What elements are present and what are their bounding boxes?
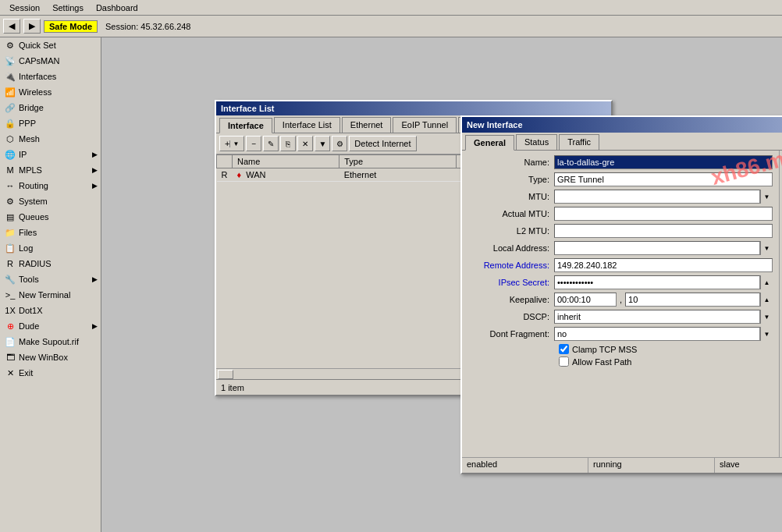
form-fields: Name: Type: MTU: — [462, 151, 779, 463]
status-enabled: enabled — [462, 458, 588, 473]
sidebar-item-log[interactable]: 📋 Log — [0, 240, 101, 256]
sidebar-item-ppp[interactable]: 🔒 PPP — [0, 115, 101, 131]
sidebar-label-new-terminal: New Terminal — [19, 290, 70, 300]
new-iface-title-bar: New Interface _ □ ✕ — [462, 117, 782, 133]
new-iface-window: New Interface _ □ ✕ General Status Traff… — [460, 115, 782, 474]
local-addr-arrow[interactable]: ▼ — [760, 241, 773, 255]
local-addr-label: Local Address: — [468, 243, 554, 253]
tools-icon: 🔧 — [5, 274, 16, 285]
remote-addr-input[interactable] — [554, 258, 773, 272]
dude-icon: ⊕ — [5, 321, 16, 332]
sidebar-item-files[interactable]: 📁 Files — [0, 225, 101, 240]
copy-button[interactable]: ⎘ — [280, 136, 296, 151]
ipsec-arrow[interactable]: ▲ — [760, 275, 773, 289]
mtu-input[interactable] — [554, 190, 760, 204]
radius-icon: R — [5, 258, 16, 269]
tab-status[interactable]: Status — [516, 134, 557, 150]
quickset-icon: ⚙ — [5, 40, 16, 51]
sidebar-item-new-winbox[interactable]: 🗔 New WinBox — [0, 349, 101, 365]
tab-eoip-tunnel[interactable]: EoIP Tunnel — [393, 117, 457, 133]
menu-session[interactable]: Session — [3, 2, 46, 14]
system-icon: ⚙ — [5, 196, 16, 207]
sidebar-item-tools[interactable]: 🔧 Tools ▶ — [0, 271, 101, 287]
forward-button[interactable]: ▶ — [23, 19, 41, 34]
sidebar-item-mesh[interactable]: ⬡ Mesh — [0, 131, 101, 147]
mtu-arrow[interactable]: ▼ — [760, 190, 773, 204]
allow-fast-path-checkbox[interactable] — [559, 356, 569, 367]
menu-dashboard[interactable]: Dashboard — [90, 2, 144, 14]
clamp-tcp-mss-label: Clamp TCP MSS — [572, 345, 637, 354]
session-label: Session: 45.32.66.248 — [101, 20, 195, 33]
sidebar-item-interfaces[interactable]: 🔌 Interfaces — [0, 69, 101, 84]
dialog-status-bar: enabled running slave — [462, 457, 782, 473]
dont-fragment-input[interactable] — [554, 327, 760, 341]
mtu-wrap: ▼ — [554, 190, 773, 204]
add-dropdown-arrow[interactable]: ▼ — [229, 140, 239, 147]
exit-icon: ✕ — [5, 367, 16, 378]
add-button[interactable]: + ▼ — [219, 136, 244, 151]
queues-icon: ▤ — [5, 211, 16, 222]
sort-button[interactable]: ▼ — [315, 136, 330, 151]
sidebar-item-dot1x[interactable]: 1X Dot1X — [0, 303, 101, 318]
row-type: Ethernet — [339, 168, 457, 182]
scroll-thumb[interactable] — [218, 370, 233, 379]
iface-list-title: Interface List — [221, 104, 274, 113]
sidebar-item-routing[interactable]: ↔ Routing ▶ — [0, 178, 101, 193]
sidebar-item-radius[interactable]: R RADIUS — [0, 256, 101, 271]
clamp-tcp-mss-checkbox[interactable] — [559, 344, 569, 354]
detect-internet-button[interactable]: Detect Internet — [349, 136, 416, 151]
local-addr-field-row: Local Address: ▼ — [468, 241, 773, 255]
col-type[interactable]: Type — [339, 155, 457, 168]
keepalive-input2[interactable] — [625, 293, 760, 307]
sidebar-label-capsman: CAPsMAN — [19, 56, 60, 66]
mesh-icon: ⬡ — [5, 133, 16, 144]
dont-fragment-arrow[interactable]: ▼ — [760, 327, 773, 341]
sidebar-label-exit: Exit — [19, 368, 33, 378]
dscp-arrow[interactable]: ▼ — [760, 310, 773, 324]
capsman-icon: 📡 — [5, 55, 16, 66]
filter-button[interactable]: ⚙ — [332, 136, 347, 151]
sidebar-label-system: System — [19, 197, 48, 206]
sidebar-item-capsman[interactable]: 📡 CAPsMAN — [0, 53, 101, 69]
ipsec-input[interactable] — [554, 275, 760, 289]
dscp-input[interactable] — [554, 310, 760, 324]
disable-button[interactable]: ✕ — [297, 136, 313, 151]
edit-button[interactable]: ✎ — [263, 136, 279, 151]
keepalive-input1[interactable] — [554, 293, 617, 307]
row-flag: R — [217, 168, 233, 182]
col-name[interactable]: Name — [233, 155, 339, 168]
sidebar-item-queues[interactable]: ▤ Queues — [0, 209, 101, 225]
dot1x-icon: 1X — [5, 305, 16, 316]
sidebar-item-wireless[interactable]: 📶 Wireless — [0, 84, 101, 100]
tab-ethernet[interactable]: Ethernet — [342, 117, 392, 133]
name-input[interactable] — [554, 155, 773, 169]
sidebar-label-queues: Queues — [19, 212, 49, 222]
sidebar-item-new-terminal[interactable]: >_ New Terminal — [0, 287, 101, 303]
tab-interface-list[interactable]: Interface List — [274, 117, 340, 133]
back-button[interactable]: ◀ — [3, 19, 20, 34]
l2-mtu-input[interactable] — [554, 224, 773, 238]
sidebar-item-dude[interactable]: ⊕ Dude ▶ — [0, 318, 101, 334]
sidebar-item-mpls[interactable]: M MPLS ▶ — [0, 162, 101, 178]
actual-mtu-input[interactable] — [554, 207, 773, 221]
remove-button[interactable]: − — [246, 136, 261, 151]
sidebar-item-make-supout[interactable]: 📄 Make Supout.rif — [0, 334, 101, 349]
sidebar-label-dude: Dude — [19, 321, 39, 331]
remote-addr-label: Remote Address: — [468, 261, 554, 270]
tab-interface[interactable]: Interface — [219, 118, 272, 133]
sidebar-item-ip[interactable]: 🌐 IP ▶ — [0, 147, 101, 162]
sidebar-item-system[interactable]: ⚙ System — [0, 193, 101, 209]
status-slave: slave — [715, 458, 782, 473]
tab-traffic[interactable]: Traffic — [559, 134, 599, 150]
keepalive-arrow[interactable]: ▲ — [760, 293, 773, 307]
sidebar-item-exit[interactable]: ✕ Exit — [0, 365, 101, 381]
l2-mtu-label: L2 MTU: — [468, 226, 554, 236]
col-flag[interactable] — [217, 155, 233, 168]
sidebar-label-wireless: Wireless — [19, 87, 52, 97]
menu-settings[interactable]: Settings — [46, 2, 90, 14]
local-addr-input[interactable] — [554, 241, 760, 255]
sidebar-item-bridge[interactable]: 🔗 Bridge — [0, 100, 101, 115]
type-input[interactable] — [554, 172, 773, 186]
sidebar-item-quickset[interactable]: ⚙ Quick Set — [0, 37, 101, 53]
tab-general[interactable]: General — [465, 135, 514, 151]
